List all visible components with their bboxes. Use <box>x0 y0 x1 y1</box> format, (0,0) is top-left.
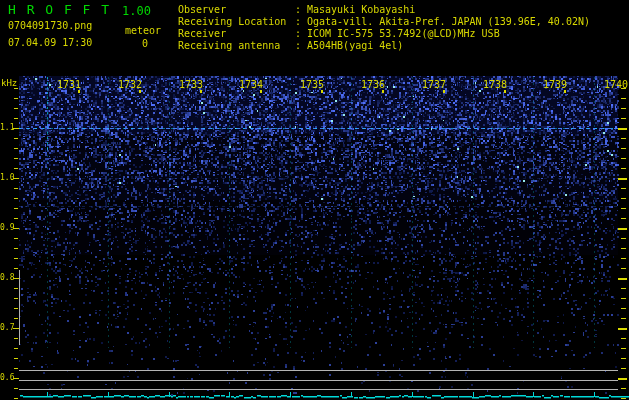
station-info: Observer:Masayuki Kobayashi Receiving Lo… <box>178 4 590 52</box>
info-separator: : <box>295 40 307 52</box>
info-separator: : <box>295 28 307 40</box>
time-label: 1731 <box>57 80 81 90</box>
freq-label: 1.1 <box>0 124 13 132</box>
info-row: Receiving Location:Ogata-vill. Akita-Pre… <box>178 16 590 28</box>
time-label: 1737 <box>422 80 446 90</box>
capture-filename: 0704091730.png <box>8 20 92 31</box>
time-label: 1735 <box>300 80 324 90</box>
info-label: Receiver <box>178 28 295 40</box>
freq-label: 1.0 <box>0 174 13 182</box>
freq-label: 0.8 <box>0 274 13 282</box>
time-label: 1740 <box>604 80 628 90</box>
info-value: ICOM IC-575 53.7492(@LCD)MHz USB <box>307 28 500 40</box>
info-separator: : <box>295 4 307 16</box>
time-label: 1733 <box>179 80 203 90</box>
info-value: Ogata-vill. Akita-Pref. JAPAN (139.96E, … <box>307 16 590 28</box>
time-label: 1736 <box>361 80 385 90</box>
khz-unit-label: kHz <box>1 79 17 88</box>
info-row: Receiver:ICOM IC-575 53.7492(@LCD)MHz US… <box>178 28 590 40</box>
info-value: A504HB(yagi 4el) <box>307 40 403 52</box>
info-label: Receiving antenna <box>178 40 295 52</box>
time-label: 1739 <box>543 80 567 90</box>
spectrogram-canvas <box>0 0 629 400</box>
meteor-count: 0 <box>142 38 148 49</box>
freq-label: 0.9 <box>0 224 13 232</box>
app-title: H R O F F T <box>8 3 111 17</box>
time-label: 1732 <box>118 80 142 90</box>
info-label: Observer <box>178 4 295 16</box>
info-separator: : <box>295 16 307 28</box>
freq-label: 0.7 <box>0 324 13 332</box>
capture-datetime: 07.04.09 17:30 <box>8 37 92 48</box>
freq-label: 0.6 <box>0 374 13 382</box>
info-value: Masayuki Kobayashi <box>307 4 415 16</box>
info-label: Receiving Location <box>178 16 295 28</box>
app-version: 1.00 <box>122 5 151 17</box>
time-label: 1738 <box>483 80 507 90</box>
info-row: Receiving antenna:A504HB(yagi 4el) <box>178 40 590 52</box>
time-label: 1734 <box>239 80 263 90</box>
hrofft-window: H R O F F T 1.00 0704091730.png meteor 0… <box>0 0 629 400</box>
info-row: Observer:Masayuki Kobayashi <box>178 4 590 16</box>
mode-label: meteor <box>125 25 161 36</box>
